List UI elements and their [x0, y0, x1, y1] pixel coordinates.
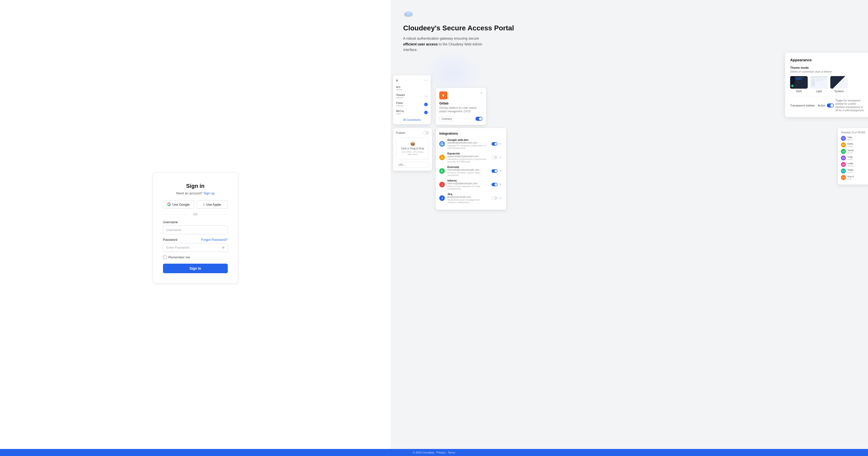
- member-item-5: Ro Rober robert...: [841, 168, 868, 173]
- sign-in-button[interactable]: Sign In: [163, 264, 228, 273]
- all-connections-btn[interactable]: All Connections: [396, 119, 428, 121]
- right-panel: Cloudeey's Secure Access Portal A robust…: [391, 0, 868, 456]
- theme-dark-preview: [790, 76, 808, 89]
- member-item-2: Ja Jacob jacob...: [841, 149, 868, 154]
- gitlab-connect-btn[interactable]: Connect: [439, 116, 454, 121]
- jira-integration-icon: J: [439, 195, 445, 201]
- member-avatar-4: Le: [841, 162, 846, 167]
- or-divider: OR: [163, 213, 228, 216]
- apple-icon: : [203, 202, 205, 206]
- auth-buttons: Use Google  Use Apple: [163, 200, 228, 209]
- integration-settings-2[interactable]: ⚙: [499, 169, 502, 173]
- connections-header: s ⋯: [396, 78, 428, 83]
- appearance-card: Appearance Theme mode Select or customiz…: [785, 53, 868, 117]
- conn-item-1: Howard ections +: [396, 92, 428, 100]
- password-label: Password: [163, 238, 177, 241]
- password-input[interactable]: [163, 243, 228, 252]
- bottom-bar: © 2024 Cloudeey · Privacy · Terms: [0, 449, 868, 456]
- integration-item-3: I Inferno inferno@dataexample.com Robust…: [439, 179, 502, 190]
- conn-check-2: ✓: [424, 103, 428, 106]
- integration-toggle-1[interactable]: [492, 156, 498, 159]
- conn-item-2: Fisher ections ✓: [396, 100, 428, 108]
- theme-light-option[interactable]: Light: [810, 76, 828, 93]
- member-item-3: Co Cody cody.f...: [841, 156, 868, 160]
- member-avatar-1: Es: [841, 142, 846, 148]
- integration-item-2: E Evernote evernote@noteexample.com Enha…: [439, 165, 502, 176]
- connections-more-icon[interactable]: ⋯: [424, 78, 428, 83]
- gitlab-icon: [439, 91, 447, 99]
- gitlab-external-link-icon[interactable]: ↗: [480, 91, 483, 95]
- integration-item-1: E Equacoin equacoin@cryptoemail.com Stre…: [439, 152, 502, 163]
- apple-signin-button[interactable]:  Use Apple: [197, 200, 228, 209]
- member-item-6: Gu Guy H guy.h...: [841, 175, 868, 180]
- sign-in-subtitle: Need an account? Sign up: [163, 191, 228, 195]
- theme-system-option[interactable]: System: [830, 76, 848, 93]
- integration-toggle-3[interactable]: [492, 183, 498, 186]
- svg-point-2: [406, 11, 411, 15]
- member-avatar-5: Ro: [841, 168, 846, 173]
- member-item-1: Es Esthe esther...: [841, 142, 868, 148]
- google-icon: [167, 203, 171, 206]
- sign-in-card: Sign in Need an account? Sign up Use Goo…: [153, 172, 238, 284]
- portal-description: A robust authentication gateway ensuring…: [403, 36, 489, 53]
- upload-url-input[interactable]: [396, 162, 429, 168]
- conn-add-btn-1[interactable]: +: [424, 95, 428, 98]
- signup-link[interactable]: Sign up: [204, 191, 215, 195]
- upload-area[interactable]: 📦 Click or Drag & Drop SVG,PNG, JPG (max…: [396, 138, 429, 159]
- username-input[interactable]: [163, 226, 228, 234]
- integrations-card: Integrations Google web.dev webdev@webde…: [436, 128, 506, 210]
- forgot-password-link[interactable]: Forgot Password?: [201, 238, 228, 241]
- password-group: Password Forgot Password? 👁: [163, 238, 228, 252]
- gitlab-card: ↗ Gitlab DevOps platform for code contro…: [436, 88, 486, 125]
- conn-item-3: McCoy ction ✓: [396, 108, 428, 117]
- password-wrapper: 👁: [163, 243, 228, 252]
- transparent-sidebar-toggle[interactable]: [827, 103, 834, 107]
- theme-dark-option[interactable]: Dark: [790, 76, 808, 93]
- connections-card: s ⋯ iero ctions Howard ections + Fisher …: [393, 75, 431, 124]
- integration-settings-3[interactable]: ⚙: [499, 183, 502, 186]
- member-avatar-2: Ja: [841, 149, 846, 154]
- evernote-integration-icon: E: [439, 168, 445, 174]
- remember-checkbox[interactable]: [163, 256, 166, 259]
- conn-check-3: ✓: [424, 111, 428, 114]
- integration-toggle-4[interactable]: [492, 196, 498, 200]
- integration-item-4: J Jira jira@projectmail.com Streamline p…: [439, 193, 502, 204]
- member-avatar-3: Co: [841, 156, 846, 160]
- transparent-sidebar-row: Transparent sidebar Active Toggle the tr…: [790, 96, 866, 112]
- theme-system-preview: [830, 76, 848, 89]
- theme-options: Dark Light System: [790, 76, 866, 93]
- member-item-0: Ty Tyler tyler.b...: [841, 136, 868, 141]
- remember-row: Remember me: [163, 255, 228, 259]
- left-panel: Sign in Need an account? Sign up Use Goo…: [0, 0, 391, 456]
- username-group: Username: [163, 220, 228, 234]
- member-avatar-0: Ty: [841, 136, 846, 141]
- portal-title: Cloudeey's Secure Access Portal: [403, 24, 856, 33]
- inferno-integration-icon: I: [439, 182, 445, 187]
- google-integration-icon: [439, 141, 445, 146]
- theme-light-preview: [810, 76, 828, 89]
- members-card: Showing 10 of 49,053 Ty Tyler tyler.b...…: [838, 128, 868, 185]
- member-avatar-6: Gu: [841, 175, 846, 180]
- publish-toggle[interactable]: [423, 131, 429, 135]
- integration-toggle-2[interactable]: [492, 169, 498, 173]
- upload-card: Publish 📦 Click or Drag & Drop SVG,PNG, …: [393, 128, 432, 171]
- brand-logo: [403, 10, 414, 18]
- integration-item-0: Google web.dev webdev@webdevmail.com Int…: [439, 138, 502, 150]
- username-label: Username: [163, 220, 178, 224]
- brand-logo-area: [403, 10, 856, 19]
- equacoin-integration-icon: E: [439, 155, 445, 160]
- password-visibility-toggle[interactable]: 👁: [221, 245, 225, 250]
- remember-label: Remember me: [168, 255, 190, 259]
- google-signin-button[interactable]: Use Google: [163, 200, 194, 209]
- integration-settings-4[interactable]: ⚙: [499, 196, 502, 200]
- integration-toggle-0[interactable]: [492, 142, 498, 145]
- upload-icon: 📦: [398, 141, 427, 146]
- gitlab-toggle[interactable]: [475, 117, 483, 121]
- member-item-4: Le Leslie leslie.a...: [841, 162, 868, 167]
- integration-settings-0[interactable]: ⚙: [499, 142, 502, 145]
- conn-item-0: iero ctions: [396, 85, 428, 92]
- sign-in-title: Sign in: [163, 183, 228, 189]
- integration-settings-1[interactable]: ⚙: [499, 156, 502, 159]
